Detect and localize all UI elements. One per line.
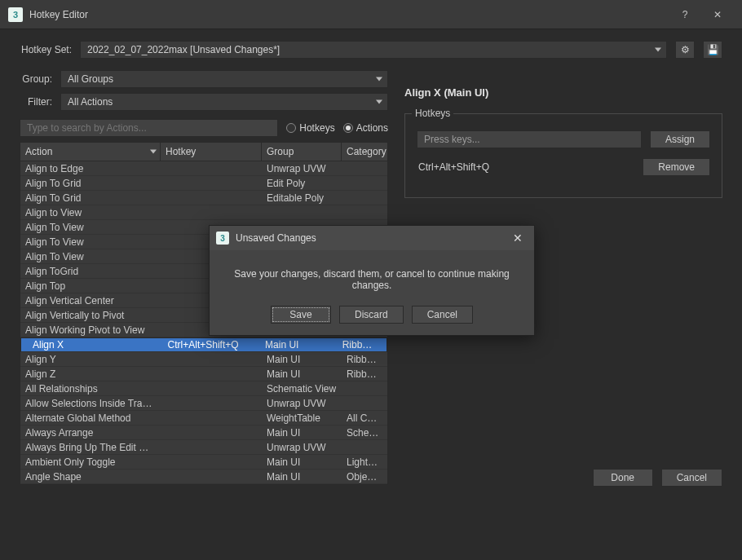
radio-actions[interactable]: Actions xyxy=(343,122,388,134)
cell-category: Ribbon - M xyxy=(342,368,386,381)
cell-category: Schematic xyxy=(342,426,386,439)
cell-hotkey xyxy=(161,183,262,184)
dialog-message: Save your changes, discard them, or canc… xyxy=(210,250,534,306)
cell-category xyxy=(342,388,386,390)
cell-category xyxy=(342,168,386,170)
radio-icon xyxy=(343,123,353,133)
save-button[interactable]: 💾 xyxy=(703,41,722,59)
cell-action: Align To View xyxy=(20,221,161,234)
cell-action: Allow Selections Inside Tranform … xyxy=(20,397,161,410)
table-row[interactable]: Align ZMain UIRibbon - M xyxy=(20,367,387,381)
cell-group: Main UI xyxy=(262,368,342,381)
table-row[interactable]: Ambient Only ToggleMain UILights and xyxy=(20,455,387,470)
table-row[interactable]: Always Bring Up The Edit WindowUnwrap UV… xyxy=(20,440,387,455)
group-value: All Groups xyxy=(68,73,113,85)
cell-action: Align Z xyxy=(20,368,161,381)
close-button[interactable]: ✕ xyxy=(701,0,734,29)
cell-hotkey xyxy=(161,447,262,448)
cancel-button[interactable]: Cancel xyxy=(661,469,722,487)
dialog-close-button[interactable]: ✕ xyxy=(508,231,528,245)
cell-action: Always Bring Up The Edit Window xyxy=(20,441,161,454)
table-header: Action Hotkey Group Category xyxy=(20,143,387,161)
dialog-discard-button[interactable]: Discard xyxy=(339,306,404,324)
table-row[interactable]: Align to EdgeUnwrap UVW xyxy=(20,161,387,176)
cell-hotkey xyxy=(161,212,262,214)
cell-category xyxy=(342,403,386,404)
cell-action: All Relationships xyxy=(20,382,161,395)
table-row[interactable]: All RelationshipsSchematic View xyxy=(20,381,387,396)
app-icon: 3 xyxy=(216,231,229,245)
group-label: Group: xyxy=(20,73,52,85)
dialog-title: Unsaved Changes xyxy=(236,232,508,244)
table-row[interactable]: Alternate Global MethodWeightTableAll Co… xyxy=(20,411,387,426)
th-group[interactable]: Group xyxy=(262,143,342,161)
cell-hotkey xyxy=(161,476,262,478)
dialog-cancel-button[interactable]: Cancel xyxy=(412,306,473,324)
cell-action: Align to Edge xyxy=(20,162,161,175)
table-row[interactable]: Align To GridEdit Poly xyxy=(20,176,387,191)
cell-action: Align Vertically to Pivot xyxy=(20,309,161,322)
th-action[interactable]: Action xyxy=(20,143,161,161)
chevron-down-icon xyxy=(655,48,661,52)
cell-group: Main UI xyxy=(262,456,342,469)
cell-group: WeightTable xyxy=(262,412,342,425)
cell-category xyxy=(342,447,386,448)
settings-button[interactable]: ⚙ xyxy=(675,41,695,59)
cell-category: Lights and xyxy=(342,456,386,469)
cell-group: Unwrap UVW xyxy=(262,441,342,454)
table-row[interactable]: Align To GridEditable Poly xyxy=(20,191,387,205)
hotkeys-fieldset: Hotkeys Press keys... Assign Ctrl+Alt+Sh… xyxy=(404,113,722,198)
filter-value: All Actions xyxy=(68,96,113,108)
unsaved-changes-dialog: 3 Unsaved Changes ✕ Save your changes, d… xyxy=(209,225,535,336)
radio-hotkeys[interactable]: Hotkeys xyxy=(286,122,334,134)
cell-group: Main UI xyxy=(262,353,342,366)
cell-action: Align To Grid xyxy=(20,192,161,205)
table-row[interactable]: Align YMain UIRibbon - M xyxy=(20,352,387,367)
hotkey-set-select[interactable]: 2022_02_07_2022max [Unsaved Changes*] xyxy=(80,41,667,59)
sort-icon xyxy=(150,150,157,154)
th-hotkey[interactable]: Hotkey xyxy=(161,143,262,161)
window-titlebar: 3 Hotkey Editor ? ✕ xyxy=(0,0,742,29)
cell-action: Align X xyxy=(28,338,163,351)
dialog-save-button[interactable]: Save xyxy=(271,306,331,324)
table-row[interactable]: Align to View xyxy=(20,205,387,220)
press-keys-input[interactable]: Press keys... xyxy=(417,130,642,148)
cell-group: Main UI xyxy=(260,338,338,351)
help-button[interactable]: ? xyxy=(669,0,701,29)
cell-action: Always Arrange xyxy=(20,426,161,439)
cell-category xyxy=(342,197,386,199)
search-input[interactable] xyxy=(20,119,278,137)
cell-hotkey xyxy=(161,403,262,404)
radio-actions-label: Actions xyxy=(356,122,388,134)
assigned-hotkey[interactable]: Ctrl+Alt+Shift+Q xyxy=(417,161,634,173)
filter-label: Filter: xyxy=(20,96,52,108)
chevron-down-icon xyxy=(376,100,382,104)
dialog-titlebar: 3 Unsaved Changes ✕ xyxy=(210,226,534,250)
cell-action: Align Working Pivot to View xyxy=(20,324,161,337)
table-row[interactable]: Align XCtrl+Alt+Shift+QMain UIRibbon - M xyxy=(20,337,387,352)
cell-action: Align Top xyxy=(20,280,161,293)
th-category[interactable]: Category xyxy=(342,143,386,161)
filter-select[interactable]: All Actions xyxy=(60,93,388,111)
cell-group: Schematic View xyxy=(262,382,342,395)
assign-button[interactable]: Assign xyxy=(650,130,710,148)
remove-button[interactable]: Remove xyxy=(643,158,710,176)
hotkey-set-label: Hotkey Set: xyxy=(20,44,72,55)
done-button[interactable]: Done xyxy=(593,469,653,487)
hotkeys-legend: Hotkeys xyxy=(412,108,453,119)
cell-category: All Comma xyxy=(342,412,386,425)
table-row[interactable]: Angle ShapeMain UIObjects Sh xyxy=(20,470,387,484)
cell-action: Align To View xyxy=(20,250,161,263)
cell-action: Align Vertical Center xyxy=(20,294,161,307)
hotkey-set-value: 2022_02_07_2022max [Unsaved Changes*] xyxy=(87,44,280,55)
cell-hotkey xyxy=(161,432,262,434)
group-select[interactable]: All Groups xyxy=(60,70,388,88)
cell-group: Main UI xyxy=(262,470,342,483)
cell-hotkey xyxy=(161,373,262,375)
cell-action: Angle Shape xyxy=(20,470,161,483)
table-row[interactable]: Allow Selections Inside Tranform …Unwrap… xyxy=(20,396,387,411)
cell-action: Alternate Global Method xyxy=(20,412,161,425)
cell-hotkey xyxy=(161,461,262,463)
table-row[interactable]: Always ArrangeMain UISchematic xyxy=(20,426,387,440)
gear-icon: ⚙ xyxy=(681,44,690,55)
